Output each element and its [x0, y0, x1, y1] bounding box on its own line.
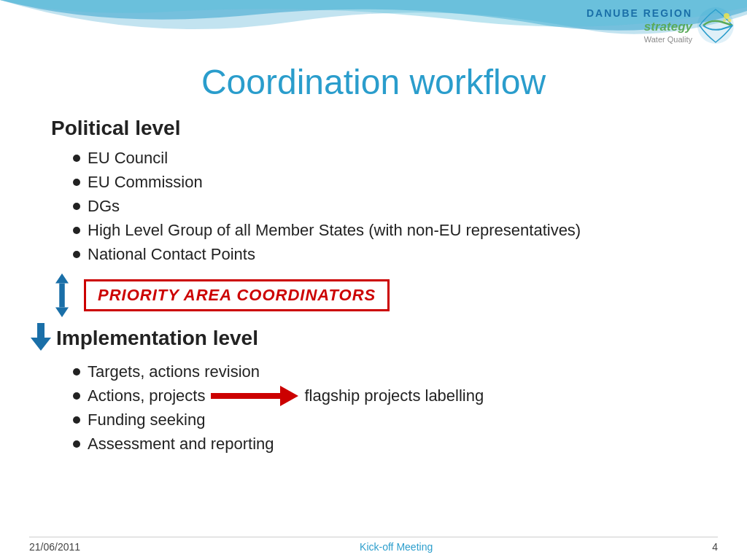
list-item: National Contact Points	[73, 242, 718, 266]
bullet-dot	[73, 416, 80, 424]
svg-point-3	[723, 19, 726, 22]
bullet-text: DGs	[88, 194, 120, 218]
down-arrow-icon	[29, 323, 53, 354]
logo-danube-text: DANUBE REGION	[587, 7, 692, 20]
bullet-dot	[73, 227, 80, 234]
bullet-dot	[73, 179, 80, 186]
bullet-dot	[73, 251, 80, 258]
list-item: EU Council	[73, 146, 718, 170]
bullet-dot	[73, 440, 80, 448]
implementation-level-heading: Implementation level	[56, 327, 258, 350]
priority-section: PRIORITY AREA COORDINATORS	[51, 273, 718, 317]
list-item: EU Commission	[73, 170, 718, 194]
list-item: Assessment and reporting	[73, 432, 718, 456]
footer-date: 21/06/2011	[29, 541, 80, 553]
svg-rect-9	[211, 393, 280, 399]
bullet-dot	[73, 392, 80, 400]
logo-water-text: Water Quality	[587, 35, 692, 44]
bullet-text: National Contact Points	[88, 242, 255, 266]
bullet-text: EU Council	[88, 146, 168, 170]
bullet-text: Funding seeking	[88, 408, 205, 432]
priority-area-text: PRIORITY AREA COORDINATORS	[98, 286, 376, 304]
slide: DANUBE REGION strategy Water Quality Coo…	[0, 0, 747, 560]
bullet-dot	[73, 203, 80, 210]
list-item: Funding seeking	[73, 408, 718, 432]
bullet-text: Assessment and reporting	[88, 432, 274, 456]
actions-projects-text: Actions, projects	[88, 384, 205, 408]
list-item: Actions, projects flagship projects labe…	[73, 384, 718, 408]
svg-marker-6	[55, 308, 69, 318]
bullet-text: High Level Group of all Member States (w…	[88, 218, 581, 242]
svg-marker-8	[31, 338, 51, 351]
red-arrow-icon	[211, 386, 298, 406]
bullet-dot	[73, 368, 80, 376]
svg-marker-10	[280, 386, 298, 406]
svg-point-1	[724, 13, 729, 19]
svg-rect-5	[59, 284, 65, 308]
svg-point-2	[728, 19, 732, 23]
footer-meeting: Kick-off Meeting	[360, 541, 433, 553]
bullet-text: EU Commission	[88, 170, 203, 194]
implementation-level-row: Implementation level	[29, 323, 718, 354]
slide-footer: 21/06/2011 Kick-off Meeting 4	[29, 537, 718, 553]
svg-marker-4	[55, 273, 69, 284]
logo-circle-icon	[696, 6, 736, 46]
bullet-dot	[73, 155, 80, 162]
political-level-heading: Political level	[51, 117, 718, 140]
bullet-text: Targets, actions revision	[88, 359, 260, 384]
list-item: Targets, actions revision	[73, 359, 718, 384]
page-title: Coordination workflow	[29, 62, 718, 102]
priority-area-box: PRIORITY AREA COORDINATORS	[84, 279, 390, 311]
svg-point-0	[697, 7, 734, 44]
main-content: Coordination workflow Political level EU…	[29, 62, 718, 524]
svg-rect-7	[37, 323, 44, 339]
list-item: High Level Group of all Member States (w…	[73, 218, 718, 242]
flagship-text: flagship projects labelling	[304, 384, 484, 408]
implementation-level-list: Targets, actions revision Actions, proje…	[73, 359, 718, 456]
logo-area: DANUBE REGION strategy Water Quality	[587, 6, 736, 46]
logo-strategy-text: strategy	[587, 20, 692, 34]
political-level-list: EU Council EU Commission DGs High Level …	[73, 146, 718, 266]
list-item: DGs	[73, 194, 718, 218]
actions-projects-row: Actions, projects flagship projects labe…	[88, 384, 484, 408]
footer-page-number: 4	[712, 541, 718, 553]
double-arrow-icon	[51, 273, 73, 317]
logo-text: DANUBE REGION strategy Water Quality	[587, 7, 692, 44]
